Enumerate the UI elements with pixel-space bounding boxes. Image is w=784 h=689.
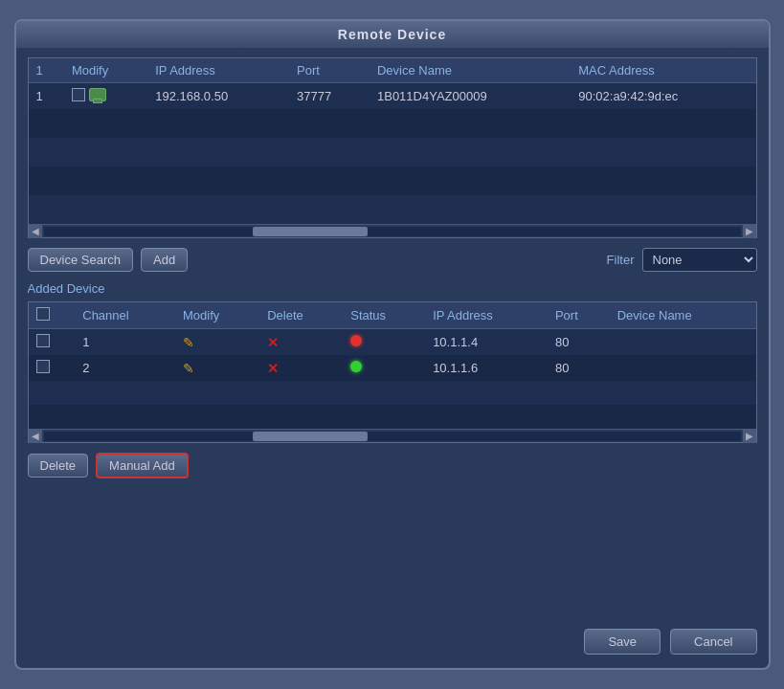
filter-label: Filter	[607, 253, 635, 267]
col-num: 1	[29, 58, 64, 83]
added-col-status: Status	[343, 302, 425, 329]
added-device-table: Channel Modify Delete Status IP Address …	[29, 302, 756, 429]
empty-row	[29, 405, 756, 429]
added-row-2-delete-cell: ✕	[259, 355, 343, 381]
added-row-1-device-name	[610, 329, 756, 356]
top-toolbar: Device Search Add Filter None IPC DVR NV…	[28, 248, 757, 272]
added-row-2-port: 80	[548, 355, 610, 381]
added-row-2-device-name	[610, 355, 756, 381]
added-table-row: 1 ✎ ✕ 10.1.1.4 80	[29, 329, 756, 356]
scroll-thumb[interactable]	[253, 227, 368, 236]
top-device-table-container: 1 Modify IP Address Port Device Name MAC…	[28, 57, 757, 238]
added-row-1-ip: 10.1.1.4	[425, 329, 548, 356]
added-table-row: 2 ✎ ✕ 10.1.1.6 80	[29, 355, 756, 381]
delete-button[interactable]: Delete	[28, 454, 89, 478]
col-port: Port	[289, 58, 370, 83]
added-col-checkbox	[29, 302, 76, 329]
empty-row	[29, 138, 756, 167]
added-col-channel: Channel	[75, 302, 175, 329]
added-scrollbar[interactable]: ◀ ▶	[29, 429, 756, 442]
row-ip: 192.168.0.50	[147, 83, 289, 110]
added-row-1-status	[343, 329, 425, 356]
scroll-track	[44, 432, 741, 441]
monitor-icon	[89, 88, 106, 101]
status-dot-green	[350, 361, 362, 372]
added-row-2-channel: 2	[75, 355, 175, 381]
row-device-name: 1B011D4YAZ00009	[370, 83, 571, 110]
bottom-toolbar: Delete Manual Add	[28, 453, 757, 478]
added-col-port: Port	[548, 302, 610, 329]
added-col-device-name: Device Name	[610, 302, 756, 329]
header-checkbox[interactable]	[36, 307, 50, 321]
delete-icon[interactable]: ✕	[267, 361, 279, 376]
scroll-right-arrow[interactable]: ▶	[743, 225, 756, 238]
added-row-1-edit-cell: ✎	[175, 329, 259, 356]
added-row-1-port: 80	[548, 329, 610, 356]
empty-row	[29, 381, 756, 405]
top-scrollbar[interactable]: ◀ ▶	[29, 224, 756, 237]
added-row-2-edit-cell: ✎	[175, 355, 259, 381]
edit-icon[interactable]: ✎	[183, 361, 194, 376]
added-row-2-checkbox[interactable]	[36, 360, 50, 373]
added-device-table-container: Channel Modify Delete Status IP Address …	[28, 301, 757, 443]
added-row-1-delete-cell: ✕	[259, 329, 343, 356]
save-button[interactable]: Save	[584, 629, 661, 655]
top-table-header: 1 Modify IP Address Port Device Name MAC…	[29, 58, 756, 83]
empty-row	[29, 109, 756, 138]
scroll-left-arrow[interactable]: ◀	[29, 225, 42, 238]
empty-row	[29, 167, 756, 195]
cancel-button[interactable]: Cancel	[670, 629, 756, 655]
col-mac: MAC Address	[571, 58, 755, 83]
empty-row	[29, 195, 756, 224]
add-button[interactable]: Add	[141, 248, 188, 272]
added-row-1-channel: 1	[75, 329, 175, 356]
top-device-table: 1 Modify IP Address Port Device Name MAC…	[29, 58, 756, 224]
dialog-content: 1 Modify IP Address Port Device Name MAC…	[16, 48, 769, 619]
col-modify: Modify	[64, 58, 147, 83]
dialog-title: Remote Device	[16, 21, 769, 48]
edit-icon[interactable]: ✎	[183, 335, 194, 350]
row-num: 1	[29, 83, 64, 110]
added-table-header: Channel Modify Delete Status IP Address …	[29, 302, 756, 329]
added-row-2-status	[343, 355, 425, 381]
scroll-track	[44, 227, 741, 236]
added-device-label: Added Device	[28, 281, 757, 296]
col-ip: IP Address	[147, 58, 289, 83]
row-checkbox-cell	[64, 83, 147, 110]
filter-select[interactable]: None IPC DVR NVR	[642, 248, 757, 272]
row-checkbox[interactable]	[72, 88, 85, 101]
manual-add-button[interactable]: Manual Add	[96, 453, 189, 478]
remote-device-dialog: Remote Device 1 Modify IP Address Port D…	[14, 19, 771, 670]
dialog-footer: Save Cancel	[16, 619, 769, 658]
scroll-left-arrow[interactable]: ◀	[29, 430, 42, 443]
added-col-modify: Modify	[175, 302, 259, 329]
added-row-2-ip: 10.1.1.6	[425, 355, 548, 381]
scroll-right-arrow[interactable]: ▶	[743, 430, 756, 443]
added-row-2-checkbox-cell	[29, 355, 76, 381]
added-row-checkbox-cell	[29, 329, 76, 356]
added-row-1-checkbox[interactable]	[36, 334, 50, 347]
scroll-thumb[interactable]	[253, 432, 368, 441]
device-search-button[interactable]: Device Search	[28, 248, 134, 272]
delete-icon[interactable]: ✕	[267, 335, 279, 350]
status-dot-red	[350, 335, 362, 346]
row-mac: 90:02:a9:42:9d:ec	[571, 83, 755, 110]
added-col-delete: Delete	[259, 302, 343, 329]
added-col-ip: IP Address	[425, 302, 548, 329]
table-row: 1 192.168.0.50 37777 1B011D4YAZ00009 90:…	[29, 83, 756, 110]
row-port: 37777	[289, 83, 370, 110]
col-device-name: Device Name	[370, 58, 571, 83]
